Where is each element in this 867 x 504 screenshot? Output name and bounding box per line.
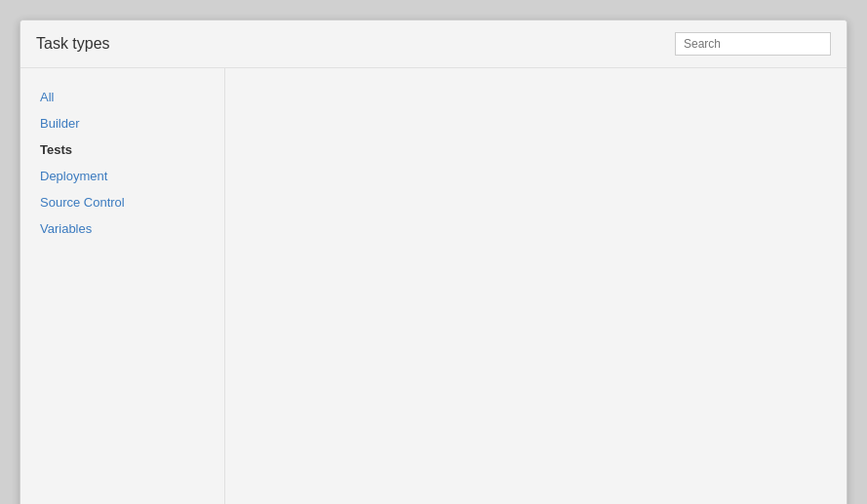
sidebar-item-all[interactable]: All bbox=[20, 84, 224, 110]
sidebar-item-source-control[interactable]: Source Control bbox=[20, 189, 224, 215]
page-title: Task types bbox=[36, 35, 110, 53]
sidebar-item-tests[interactable]: Tests bbox=[20, 136, 224, 163]
search-input[interactable] bbox=[675, 32, 831, 56]
sidebar: AllBuilderTestsDeploymentSource ControlV… bbox=[20, 68, 225, 504]
sidebar-item-builder[interactable]: Builder bbox=[20, 110, 224, 136]
sidebar-item-deployment[interactable]: Deployment bbox=[20, 163, 224, 189]
header: Task types bbox=[20, 20, 847, 68]
sidebar-item-variables[interactable]: Variables bbox=[20, 215, 224, 242]
task-grid bbox=[225, 68, 847, 504]
main-window: Task types AllBuilderTestsDeploymentSour… bbox=[20, 19, 847, 504]
content-area: AllBuilderTestsDeploymentSource ControlV… bbox=[20, 68, 847, 504]
